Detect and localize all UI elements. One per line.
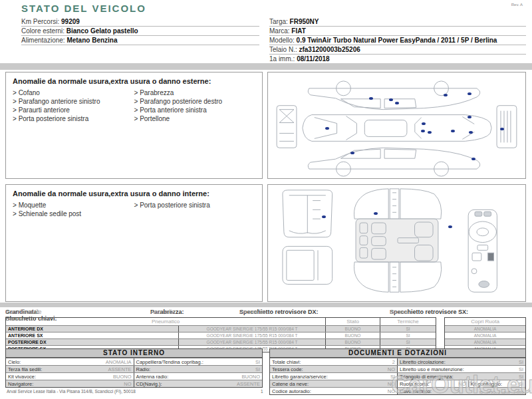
damage-dot [467,116,471,118]
field-modello: Modello: 0.9 TwinAir Turbo Natural Power… [269,36,526,45]
page-number: 1 [261,389,263,394]
cabin-unfolded-view [354,189,441,292]
tire-row: ANTERIORE DX GOODYEAR SINERGIE 175/55 R1… [6,325,436,332]
divider-bar-top [0,63,532,70]
anomaly-item: Porta anteriore sinistra [134,106,256,114]
wheel-cover-table: Copri Ruota ANOMALIA ANOMALIA ANOMALIA A… [444,317,526,352]
footer-id-text: ID:..fR9O. 2.u8u8 , F.u60.7 [479,390,527,394]
anomaly-item: Porta posteriore sinistra [134,201,256,209]
external-anomalies-list-left: Cofano Parafango anteriore sinistro Para… [13,88,134,123]
interior-state-row: Kit vivavoce:BUONO Antenna radio:BUONO [6,372,262,380]
anomaly-item: Schienale sedile post [13,209,134,218]
anomaly-item: Parafango anteriore sinistro [13,97,134,106]
internal-anomalies-title: Anomalie da normale usura,extra usura o … [13,190,255,198]
damage-dot [325,127,329,130]
damage-dot [500,128,504,130]
damage-dot [444,94,448,96]
side-view-right [308,81,479,110]
side-view-left [308,148,479,176]
vehicle-info-right: Targa: FR950NY Marca: FIAT Modello: 0.9 … [269,17,526,64]
damage-dot [395,102,399,104]
car-interior-drawing [268,185,525,301]
field-marca: Marca: FIAT [269,27,526,36]
tire-row: ANTERIORE SX GOODYEAR SINERGIE 175/55 R1… [6,332,436,338]
documents-equipment-title: DOCUMENTI E DOTAZIONI [270,349,525,358]
documents-equipment-table: DOCUMENTI E DOTAZIONI Totale chiavi:2 Li… [269,348,526,395]
col-header-stato: Stato [325,318,380,325]
top-view [303,115,491,142]
col-header-copri-ruota: Copri Ruota [445,318,525,325]
damage-dot [322,215,326,218]
dashboard-view [468,209,497,292]
internal-anomalies-panel: Anomalie da normale usura,extra usura o … [5,184,263,302]
documents-row: Catene da neve:NO Ruota scorta:NO Kit go… [270,380,525,387]
damage-dot [448,225,452,228]
anomaly-item: Porta posteriore sinistra [13,114,134,123]
field-alimentazione: Alimentazione: Metano Benzina [21,36,259,45]
field-prima-imm: 1a imm.: 08/11/2018 [269,55,526,64]
damage-dot [421,130,425,132]
damage-dot [471,158,475,160]
interior-damage-diagram [267,184,526,302]
anomaly-item: Parafango posteriore destro [134,97,256,106]
internal-anomalies-list-right: Porta posteriore sinistra [134,201,256,218]
anomaly-item: Moquette [13,201,134,209]
wheel-cover-row: ANOMALIA [445,338,525,345]
wheel-cover-row: ANOMALIA [445,325,525,332]
documents-row: Totale chiavi:2 Libretto circolazione:SI [270,358,525,365]
interior-state-row: Cielo:ANOMALIA Cappelliera/Tendina copri… [6,358,262,365]
tire-table-header: Pneumatico Stato Termiche [6,318,436,325]
rear-view [497,106,517,148]
interior-state-table: STATO INTERNO Cielo:ANOMALIA Cappelliera… [5,348,263,388]
field-km: Km Percorsi: 99209 [21,17,259,27]
anomaly-item: Parabrezza [134,88,256,97]
damage-dot [350,152,354,154]
vehicle-info-left: Km Percorsi: 99209 Colore esterni: Bianc… [21,17,259,45]
vehicle-status-report: STATO DEL VEICOLO Rev. A Km Percorsi: 99… [0,0,532,399]
tire-table: Pneumatico Stato Termiche ANTERIORE DX G… [5,317,436,352]
footer-address: Arval Service Lease Italia - Via Pisana … [7,389,136,394]
damage-dot [389,98,393,101]
divider-bar-middle [0,303,532,307]
field-telaio: Telaio N.: zfa31200003b25206 [269,45,526,55]
damage-dot [369,97,373,100]
damage-dot [469,131,473,134]
exterior-damage-diagram [267,72,526,179]
front-view [277,106,297,148]
rear-seatback-view [283,190,332,237]
tire-row: POSTERIORE DX GOODYEAR SINERGIE 175/55 R… [6,338,436,345]
damage-dot [428,131,432,134]
col-header-pneumatico: Pneumatico [6,318,325,325]
interior-state-row: Navigatore:NO CD(Navig.):ASSENTE [6,380,262,387]
damage-dot [374,212,378,215]
internal-anomalies-list-left: Moquette Schienale sedile post [13,201,134,218]
documents-row: Libretto garanzia/service:SI Triangolo d… [270,372,525,380]
interior-state-row: Terza fila sedili:ASSENTE Radio:SI [6,365,262,372]
anomaly-item: Paraurti anteriore [13,106,134,114]
field-targa: Targa: FR950NY [269,17,526,27]
revision-label: Rev. A [511,3,523,7]
trunk-view [283,246,332,284]
external-anomalies-title: Anomalie da normale usura,extra usura o … [13,77,255,85]
wheel-cover-row: ANOMALIA [445,332,525,338]
car-exterior-drawing [268,72,525,178]
anomaly-item: Portellone [134,114,256,123]
damage-dot [422,122,426,125]
anomaly-item: Cofano [13,88,134,97]
interior-state-title: STATO INTERNO [6,349,262,358]
field-colore: Colore esterni: Bianco Gelato pastello [21,27,259,36]
col-header-termiche: Termiche [380,318,436,325]
damage-dot [467,92,471,95]
documents-row: Tessera code:NO Libretto uso e manutenzi… [270,365,525,372]
damage-dot [451,130,455,132]
external-anomalies-list-right: Parabrezza Parafango posteriore destro P… [134,88,256,123]
external-anomalies-panel: Anomalie da normale usura,extra usura o … [5,72,263,179]
page-title: STATO DEL VEICOLO [21,3,146,14]
